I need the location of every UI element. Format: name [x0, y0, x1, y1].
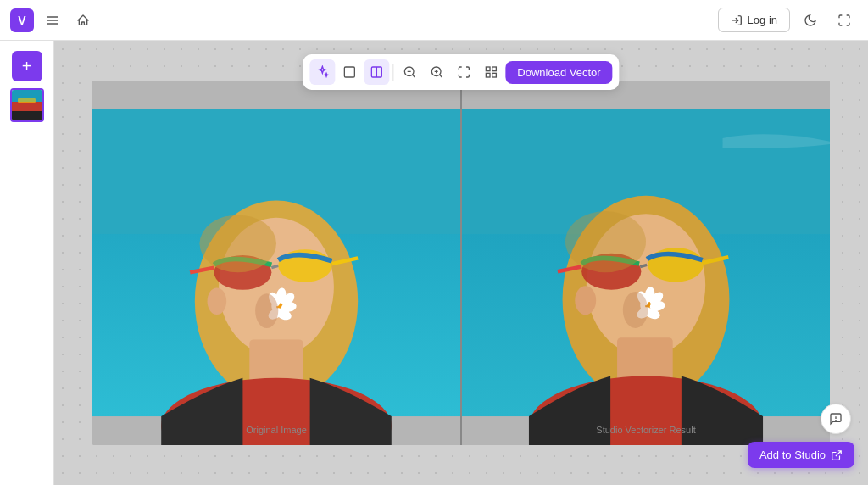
topbar-right: Log in	[718, 7, 858, 34]
svg-line-46	[640, 265, 647, 266]
grid-button[interactable]	[478, 59, 504, 85]
square-view-button[interactable]	[337, 59, 362, 85]
sidebar: +	[0, 41, 54, 485]
svg-rect-0	[344, 67, 354, 77]
square-icon	[342, 65, 356, 79]
original-photo-wrapper	[92, 81, 460, 445]
zoom-in-button[interactable]	[424, 59, 449, 85]
zoom-out-icon	[403, 65, 416, 79]
fit-view-icon	[457, 65, 470, 79]
svg-point-36	[199, 215, 276, 272]
split-view-button[interactable]	[364, 59, 389, 85]
home-icon-svg	[76, 14, 90, 27]
svg-point-57	[623, 292, 648, 328]
app-logo[interactable]: V	[10, 8, 34, 32]
svg-rect-10	[486, 67, 490, 71]
original-image-panel: Original Image	[92, 81, 460, 445]
magic-wand-button[interactable]	[309, 59, 335, 85]
fit-view-button[interactable]	[451, 59, 476, 85]
home-icon[interactable]	[71, 8, 95, 32]
feedback-button[interactable]	[821, 404, 851, 434]
svg-point-61	[836, 421, 837, 421]
svg-line-4	[412, 75, 415, 77]
main-area: +	[0, 41, 868, 485]
sidebar-thumbnail-1[interactable]	[10, 88, 44, 122]
svg-rect-12	[486, 73, 490, 77]
svg-line-7	[439, 75, 442, 77]
panel-divider	[460, 81, 462, 445]
external-link-icon	[831, 449, 843, 461]
svg-point-35	[208, 287, 227, 315]
svg-point-59	[565, 211, 646, 272]
fullscreen-button[interactable]	[831, 7, 858, 34]
moon-icon	[804, 14, 817, 27]
menu-icon-svg	[46, 14, 59, 27]
topbar: V Log in	[0, 0, 868, 41]
zoom-in-icon	[430, 65, 443, 79]
svg-point-58	[575, 286, 596, 315]
svg-rect-11	[492, 67, 497, 71]
toolbar: Download Vector	[303, 54, 619, 90]
canvas-area: Download Vector	[54, 41, 868, 485]
fullscreen-icon	[837, 14, 851, 27]
magic-wand-icon	[315, 65, 329, 79]
add-to-studio-button[interactable]: Add to Studio	[748, 442, 854, 468]
zoom-out-button[interactable]	[397, 59, 422, 85]
vectorized-image-panel: Studio Vectorizer Result	[462, 81, 830, 445]
feedback-icon	[829, 412, 843, 426]
image-comparison: Original Image	[92, 81, 830, 445]
login-button[interactable]: Log in	[718, 8, 790, 32]
original-image-label: Original Image	[246, 425, 307, 435]
svg-point-34	[255, 293, 278, 328]
download-vector-button[interactable]: Download Vector	[505, 61, 612, 84]
svg-rect-13	[492, 73, 497, 77]
svg-line-23	[271, 265, 278, 267]
toolbar-separator-1	[392, 64, 393, 81]
vectorized-photo-svg	[462, 81, 830, 445]
original-photo-svg	[92, 81, 460, 445]
vectorized-image-label: Studio Vectorizer Result	[596, 425, 695, 435]
login-icon	[731, 14, 743, 26]
grid-icon	[484, 65, 498, 79]
add-new-button[interactable]: +	[12, 51, 42, 81]
split-view-icon	[370, 65, 383, 79]
vectorized-photo-wrapper	[462, 81, 830, 445]
dark-mode-button[interactable]	[797, 7, 824, 34]
menu-icon[interactable]	[41, 8, 64, 32]
